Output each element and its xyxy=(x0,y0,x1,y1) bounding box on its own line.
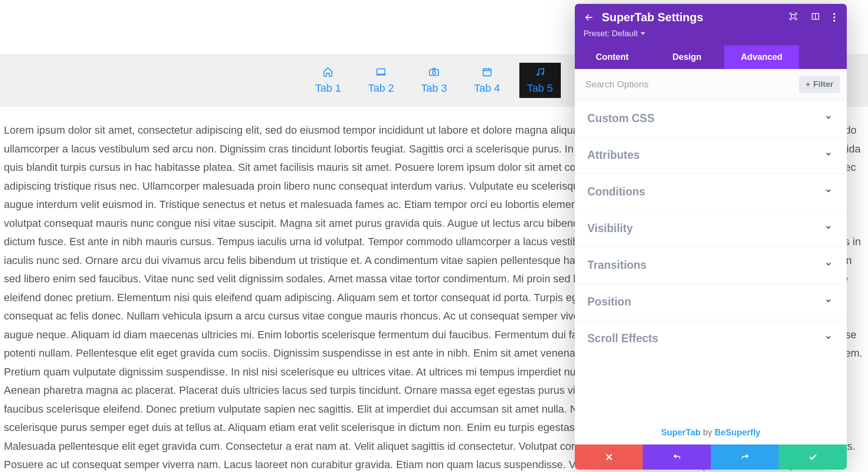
tab-4[interactable]: Tab 4 xyxy=(466,63,508,98)
tab-1[interactable]: Tab 1 xyxy=(307,63,349,98)
laptop-icon xyxy=(376,67,386,77)
svg-point-4 xyxy=(537,73,539,75)
chevron-down-icon xyxy=(825,260,832,270)
chevron-down-icon xyxy=(825,113,832,124)
tab-label: Tab 5 xyxy=(527,82,553,95)
chevron-down-icon xyxy=(825,187,832,197)
svg-rect-1 xyxy=(430,69,438,75)
camera-icon xyxy=(429,67,439,77)
panel-title: SuperTab Settings xyxy=(602,11,781,24)
svg-rect-6 xyxy=(791,14,795,18)
tab-bar: Tab 1 Tab 2 Tab 3 Tab 4 xyxy=(301,63,566,98)
tab-label: Tab 1 xyxy=(315,82,341,95)
plus-icon: + xyxy=(806,80,811,89)
svg-rect-3 xyxy=(483,69,491,76)
back-button[interactable] xyxy=(583,12,594,23)
section-conditions[interactable]: Conditions xyxy=(575,173,847,210)
chevron-down-icon xyxy=(825,297,832,307)
section-position[interactable]: Position xyxy=(575,283,847,320)
settings-panel: SuperTab Settings Preset: Default Conten… xyxy=(575,4,847,470)
section-custom-css[interactable]: Custom CSS xyxy=(575,100,847,137)
search-input[interactable] xyxy=(585,79,794,90)
home-icon xyxy=(323,67,333,77)
preset-selector[interactable]: Preset: Default xyxy=(583,29,837,39)
tab-5[interactable]: Tab 5 xyxy=(519,63,561,98)
brand-link[interactable]: SuperTab xyxy=(661,428,701,437)
author-link[interactable]: BeSuperfly xyxy=(715,428,760,437)
columns-icon[interactable] xyxy=(811,12,820,23)
chevron-down-icon xyxy=(825,150,832,160)
save-button[interactable] xyxy=(779,444,847,470)
tab-label: Tab 2 xyxy=(368,82,394,95)
svg-point-2 xyxy=(433,71,435,74)
undo-button[interactable] xyxy=(643,444,711,470)
tab-content-settings[interactable]: Content xyxy=(575,45,650,69)
section-scroll-effects[interactable]: Scroll Effects xyxy=(575,320,847,357)
svg-point-5 xyxy=(542,72,543,74)
calendar-icon xyxy=(482,67,492,77)
tab-2[interactable]: Tab 2 xyxy=(360,63,402,98)
chevron-down-icon xyxy=(825,223,832,234)
footer-brand: SuperTab by BeSuperfly xyxy=(575,421,847,444)
tab-label: Tab 3 xyxy=(421,82,447,95)
section-transitions[interactable]: Transitions xyxy=(575,247,847,283)
cancel-button[interactable] xyxy=(575,444,643,470)
expand-icon[interactable] xyxy=(789,12,798,23)
tab-3[interactable]: Tab 3 xyxy=(413,63,455,98)
section-attributes[interactable]: Attributes xyxy=(575,137,847,173)
music-icon xyxy=(535,67,545,77)
tab-advanced[interactable]: Advanced xyxy=(724,45,799,69)
redo-button[interactable] xyxy=(711,444,779,470)
tab-design[interactable]: Design xyxy=(650,45,724,69)
section-visibility[interactable]: Visibility xyxy=(575,210,847,247)
chevron-down-icon xyxy=(825,333,832,344)
filter-button[interactable]: + Filter xyxy=(799,76,841,93)
svg-rect-0 xyxy=(377,69,385,74)
tab-label: Tab 4 xyxy=(474,82,500,95)
more-icon[interactable] xyxy=(833,13,835,22)
